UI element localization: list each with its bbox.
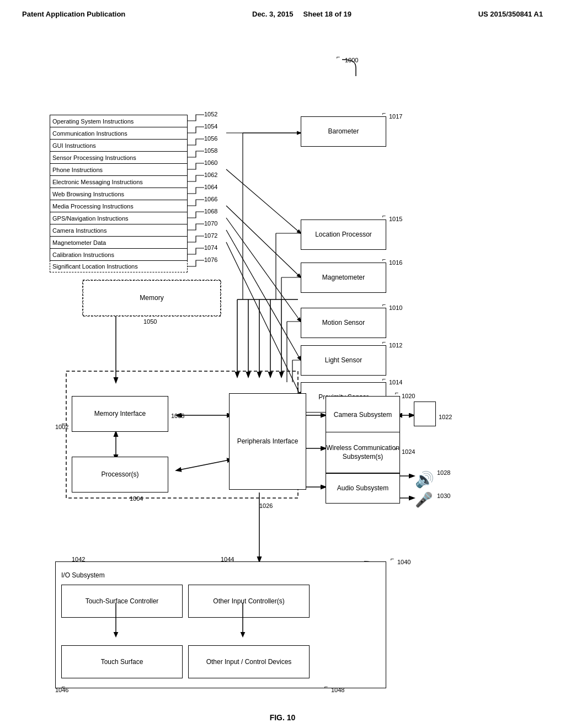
list-item-web: Web Browsing Instructions [50,188,188,200]
ref-1072: 1072 [204,232,217,239]
list-item-gps: GPS/Navigation Instructions [50,212,188,224]
wireless-comm-box: Wireless Communication Subsystem(s) [326,432,400,473]
svg-line-4 [226,218,301,322]
memory-interface-box: Memory Interface [72,396,168,432]
other-input-controller-box: Other Input Controller(s) [188,585,310,618]
ref-1030: 1030 [437,493,450,499]
patent-header: Patent Application Publication Dec. 3, 2… [0,0,565,24]
ref-1006: 1006 [171,413,184,419]
list-item-phone: Phone Instructions [50,163,188,175]
ref-1028: 1028 [437,469,450,476]
svg-line-5 [226,230,301,360]
ref-1040: 1040 [397,559,411,565]
processors-box: Processor(s) [72,457,168,493]
ref-1016-bracket: ⌐ [382,256,386,263]
ref-1015-bracket: ⌐ [382,212,386,219]
ref-1046-bracket: ⌐ [62,683,65,690]
speaker-icon: 🔊 [415,470,434,489]
list-item-calib: Calibration Instructions [50,248,188,260]
ref-1014: 1014 [389,379,402,386]
ref-1000-bracket: ⌐ [337,53,340,60]
header-right: US 2015/350841 A1 [478,10,543,18]
ref-1056: 1056 [204,135,217,142]
list-item-camera: Camera Instructions [50,224,188,236]
ref-1048: 1048 [331,687,344,693]
io-subsystem-label: I/O Subsystem [61,571,105,580]
ref-1017: 1017 [389,113,402,120]
list-item-media: Media Processing Instructions [50,200,188,212]
diagram-area: 1000 ⌐ Operating System Instructions Com… [0,29,565,708]
ref-1068: 1068 [204,208,217,215]
location-processor-box: Location Processor [301,220,386,250]
ref-1015: 1015 [389,216,402,222]
ref-1064: 1064 [204,184,217,190]
ref-1026: 1026 [259,502,273,509]
list-item-comm: Communication Instructions [50,127,188,139]
camera-subsystem-box: Camera Subsystem [326,396,400,435]
list-item-mag: Magnetometer Data [50,236,188,248]
ref-1070: 1070 [204,220,217,227]
ref-1014-bracket: ⌐ [382,376,386,382]
ref-1010-bracket: ⌐ [382,301,386,308]
ref-1042: 1042 [72,556,85,563]
ref-1004: 1004 [130,495,143,502]
ref-1054: 1054 [204,123,217,130]
header-center: Dec. 3, 2015 Sheet 18 of 19 [252,10,351,18]
ref-1012-bracket: ⌐ [382,339,386,345]
ref-1074: 1074 [204,244,217,251]
ref-1016: 1016 [389,259,402,266]
svg-line-3 [226,206,301,277]
list-item-email: Electronic Messaging Instructions [50,175,188,188]
microphone-icon: 🎤 [415,491,433,508]
fig-caption: FIG. 10 [0,713,565,722]
magnetometer-box: Magnetometer [301,263,386,293]
list-item-os: Operating System Instructions [50,115,188,127]
other-input-devices-box: Other Input / Control Devices [188,645,310,678]
ref-1052: 1052 [204,111,217,117]
ref-1050: 1050 [143,318,157,325]
ref-1076: 1076 [204,256,217,263]
ref-1048-bracket: ⌐ [324,683,328,690]
touch-surface-box: Touch Surface [61,645,183,678]
light-sensor-box: Light Sensor [301,345,386,376]
ref-1066: 1066 [204,196,217,202]
ref-1060: 1060 [204,159,217,166]
camera-small-box [414,402,436,426]
header-left: Patent Application Publication [22,10,125,18]
svg-line-6 [226,242,301,396]
io-subsystem-box: I/O Subsystem Touch-Surface Controller O… [55,561,386,688]
audio-subsystem-box: Audio Subsystem [326,473,400,504]
ref-1020-bracket: ⌐ [395,389,398,396]
ref-1058: 1058 [204,147,217,154]
ref-1062: 1062 [204,172,217,178]
ref-1044: 1044 [221,556,234,563]
ref-1017-bracket: ⌐ [382,110,386,116]
list-item-sigloc: Significant Location Instructions [50,260,188,272]
touch-surface-controller-box: Touch-Surface Controller [61,585,183,618]
ref-1002-bracket: ⌐ [62,420,65,427]
ref-1022: 1022 [439,414,452,420]
memory-box: Memory [83,280,221,316]
list-item-gui: GUI Instructions [50,139,188,151]
memory-list: Operating System Instructions Communicat… [50,115,188,272]
svg-line-2 [226,169,301,233]
ref-1024: 1024 [402,448,415,455]
ref-1040-bracket: ⌐ [391,555,394,562]
peripherals-interface-box: Peripherals Interface [229,393,306,490]
ref-1010: 1010 [389,304,402,311]
ref-1000: 1000 [345,57,358,63]
svg-line-9 [177,459,232,470]
ref-1024-bracket: ⌐ [395,445,398,452]
ref-1012: 1012 [389,342,402,349]
list-item-sensor: Sensor Processing Instructions [50,151,188,163]
barometer-box: Barometer [301,116,386,147]
ref-1020: 1020 [402,393,415,399]
motion-sensor-box: Motion Sensor [301,308,386,338]
